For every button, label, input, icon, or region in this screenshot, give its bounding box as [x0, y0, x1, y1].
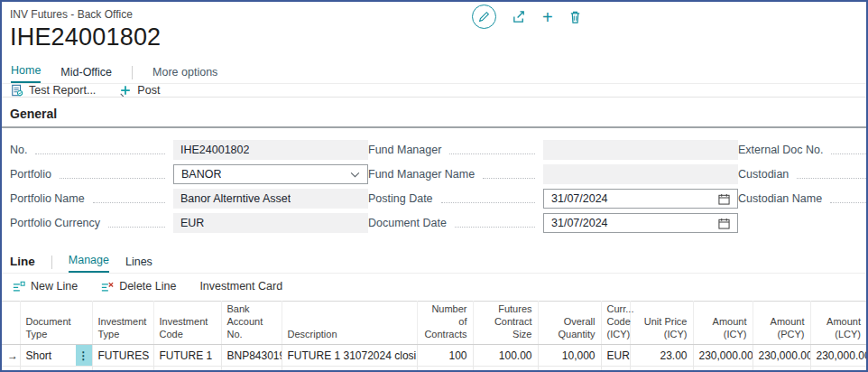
field-no: No. IHE24001802 — [10, 140, 368, 160]
empty-table-row — [2, 367, 866, 372]
cell-investment-code[interactable]: FUTURE 1 — [153, 345, 221, 367]
line-section: Line Manage Lines New Line Delete Line I… — [2, 233, 866, 372]
field-fund-manager: Fund Manager — [368, 140, 738, 160]
line-tabbar: Line Manage Lines — [2, 252, 866, 274]
general-section: General No. IHE24001802 Portfolio BANOR — [2, 98, 866, 233]
new-line-button[interactable]: New Line — [13, 280, 78, 293]
portfolio-dropdown[interactable]: BANOR — [173, 164, 368, 184]
calendar-icon[interactable] — [718, 193, 730, 205]
dotted-leader — [831, 153, 866, 154]
field-portfolio-currency: Portfolio Currency EUR — [10, 213, 368, 233]
dotted-leader — [449, 153, 535, 154]
delete-line-icon — [101, 281, 114, 293]
cell-curr-code-icy[interactable]: EUR — [601, 345, 630, 367]
col-number-of-contracts[interactable]: Number of Contracts — [417, 302, 473, 345]
field-custodian-name: Custodian Name — [738, 189, 866, 209]
cell-amount-icy[interactable]: 230,000.00 — [693, 345, 753, 367]
tab-home[interactable]: Home — [11, 64, 41, 83]
chevron-down-icon[interactable] — [350, 172, 360, 178]
delete-line-button[interactable]: Delete Line — [101, 280, 176, 293]
col-amount-icy[interactable]: Amount (ICY) — [693, 302, 753, 345]
portfolio-name-label: Portfolio Name — [10, 192, 85, 205]
col-description[interactable]: Description — [282, 302, 417, 345]
inv-futures-window: INV Futures - Back Office IHE24001802 + … — [0, 0, 868, 372]
share-icon[interactable] — [512, 9, 527, 24]
field-document-date: Document Date 31/07/2024 — [368, 213, 738, 233]
tabbar-divider — [132, 66, 133, 79]
post-icon — [119, 84, 132, 97]
post-button[interactable]: Post — [119, 84, 160, 97]
test-report-button[interactable]: Test Report... — [11, 84, 96, 97]
col-unit-price-icy[interactable]: Unit Price (ICY) — [630, 302, 693, 345]
cell-amount-lcy[interactable]: 230,000.00 — [810, 345, 866, 367]
col-row-selector — [2, 302, 20, 345]
action-bar: Test Report... Post — [2, 84, 866, 98]
calendar-icon[interactable] — [718, 218, 730, 229]
col-document-type[interactable]: Document Type — [20, 302, 92, 345]
col-bank-account-no[interactable]: Bank Account No. — [221, 302, 282, 345]
table-header-row: Document Type Investment Type Investment… — [2, 302, 866, 345]
test-report-label: Test Report... — [29, 84, 96, 97]
cell-document-type[interactable]: Short ⋮ — [20, 345, 92, 367]
post-label: Post — [137, 84, 160, 97]
section-rule — [2, 126, 866, 128]
field-external-doc-no: External Doc No. — [738, 140, 866, 160]
tab-mid-office[interactable]: Mid-Office — [60, 66, 112, 83]
custodian-name-label: Custodian Name — [738, 192, 822, 205]
row-selector-cell[interactable]: → — [2, 345, 20, 367]
new-line-label: New Line — [31, 280, 78, 293]
dotted-leader — [455, 227, 535, 228]
general-section-title: General — [10, 107, 866, 121]
col-investment-type[interactable]: Investment Type — [92, 302, 153, 345]
field-posting-date: Posting Date 31/07/2024 — [368, 189, 738, 209]
dotted-leader — [483, 178, 535, 179]
line-tab-divider — [51, 256, 52, 269]
posting-date-input[interactable]: 31/07/2024 — [543, 189, 738, 209]
app-caption: INV Futures - Back Office — [10, 8, 866, 21]
table-row: → Short ⋮ FUTURES FUTURE 1 BNP8430197...… — [2, 345, 866, 367]
cell-description[interactable]: FUTURE 1 31072024 closi... — [282, 345, 417, 367]
edit-icon[interactable] — [472, 5, 496, 29]
col-investment-code[interactable]: Investment Code — [153, 302, 221, 345]
cell-investment-type[interactable]: FUTURES — [92, 345, 153, 367]
add-icon[interactable]: + — [542, 8, 553, 26]
portfolio-currency-label: Portfolio Currency — [10, 217, 100, 229]
dotted-leader — [60, 178, 165, 179]
report-icon — [11, 84, 23, 97]
investment-card-label: Investment Card — [199, 280, 282, 293]
fund-manager-name-value — [543, 164, 738, 184]
fund-manager-label: Fund Manager — [368, 144, 441, 156]
row-arrow-icon: → — [7, 349, 18, 362]
dotted-leader — [441, 202, 535, 203]
cell-overall-quantity[interactable]: 10,000 — [538, 345, 601, 367]
page-header: INV Futures - Back Office IHE24001802 + … — [2, 2, 866, 84]
col-amount-pcy[interactable]: Amount (PCY) — [753, 302, 810, 345]
general-col-2: Fund Manager Fund Manager Name Posting D… — [368, 140, 738, 233]
cell-amount-pcy[interactable]: 230,000.00 — [753, 345, 810, 367]
dotted-leader — [830, 202, 866, 203]
new-line-icon — [13, 281, 25, 293]
more-options-button[interactable]: More options — [152, 66, 217, 83]
page-title: IHE24001802 — [10, 23, 866, 51]
field-fund-manager-name: Fund Manager Name — [368, 164, 738, 184]
delete-icon[interactable] — [568, 10, 582, 24]
cell-futures-contract-size[interactable]: 100.00 — [473, 345, 538, 367]
col-amount-lcy[interactable]: Amount (LCY) — [810, 302, 866, 345]
col-curr-code-icy[interactable]: Curr... Code (ICY) — [601, 302, 630, 345]
investment-card-button[interactable]: Investment Card — [199, 280, 282, 293]
document-date-input[interactable]: 31/07/2024 — [543, 213, 738, 233]
general-col-3: External Doc No. Custodian Custodian Nam… — [738, 140, 866, 233]
cell-number-of-contracts[interactable]: 100 — [417, 345, 473, 367]
row-menu-button[interactable]: ⋮ — [76, 345, 92, 366]
col-overall-quantity[interactable]: Overall Quantity — [538, 302, 601, 345]
fund-manager-name-label: Fund Manager Name — [368, 168, 475, 181]
portfolio-name-value: Banor Alterntive Asset — [173, 189, 368, 209]
tab-lines[interactable]: Lines — [125, 256, 152, 273]
cell-bank-account-no[interactable]: BNP8430197... — [221, 345, 282, 367]
field-portfolio: Portfolio BANOR — [10, 164, 368, 184]
cell-unit-price-icy[interactable]: 23.00 — [630, 345, 693, 367]
tab-manage[interactable]: Manage — [69, 254, 109, 273]
col-futures-contract-size[interactable]: Futures Contract Size — [473, 302, 538, 345]
lines-table: Document Type Investment Type Investment… — [2, 301, 866, 372]
delete-line-label: Delete Line — [119, 280, 176, 293]
